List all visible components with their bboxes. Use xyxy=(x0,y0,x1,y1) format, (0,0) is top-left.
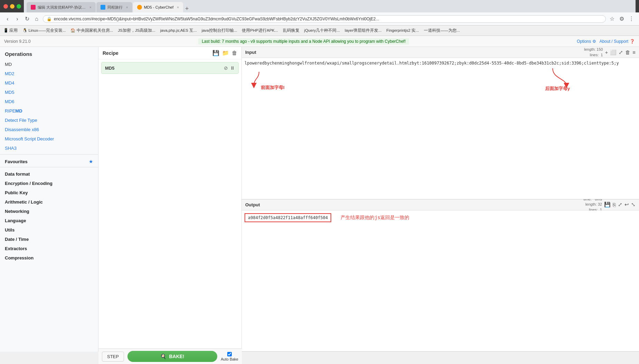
step-button[interactable]: STEP xyxy=(102,352,124,352)
output-value: a984f2d0f5a4822f11a48afff640f504 xyxy=(245,213,331,222)
divider-2 xyxy=(0,167,98,167)
bm-jquery[interactable]: jQuery几十种不同... xyxy=(304,28,340,33)
bake-button[interactable]: 🍳 BAKE! xyxy=(127,351,217,352)
sidebar-item-md5[interactable]: MD5 xyxy=(0,88,98,97)
input-actions: length: 150lines: 1 + ⬜ ⤢ 🗑 ≡ xyxy=(584,47,636,58)
section-datetime[interactable]: Date / Time xyxy=(0,234,98,243)
section-language[interactable]: Language xyxy=(0,215,98,225)
output-maximize-button[interactable]: ⤢ xyxy=(618,201,622,208)
tab-favicon-2 xyxy=(101,5,105,10)
bm-linux[interactable]: 🐧 Linux——完全安装... xyxy=(22,28,66,33)
input-clear-button[interactable]: 🗑 xyxy=(625,49,630,55)
input-maximize-button[interactable]: ⤢ xyxy=(619,49,623,56)
home-button[interactable]: ⌂ xyxy=(32,15,41,23)
bm-js[interactable]: JS加密，JS高级加... xyxy=(118,28,155,33)
tab-close-3[interactable]: × xyxy=(177,6,179,9)
tab-label-3: MD5 - CyberChef xyxy=(144,5,174,9)
output-save-button[interactable]: 💾 xyxy=(604,201,611,208)
toolbar-buttons: ☆ ⚙ ⋮ xyxy=(608,15,636,23)
favourites-header: Favourites ★ xyxy=(0,156,98,166)
favourites-label: Favourites xyxy=(5,159,28,164)
section-arithmetic[interactable]: Arithmetic / Logic xyxy=(0,197,98,206)
url-box[interactable]: 🔒 encode.vivcms.com/#recipe=MD5()&input=… xyxy=(43,15,606,23)
tab-3[interactable]: MD5 - CyberChef × xyxy=(133,2,183,12)
bm-java[interactable]: java控制台打印输... xyxy=(202,28,237,33)
recipe-item-pause-button[interactable]: ⏸ xyxy=(230,65,235,71)
section-encryption[interactable]: Encryption / Encoding xyxy=(0,178,98,187)
bm-php[interactable]: 使用PHP进行APK... xyxy=(242,28,278,33)
output-undo-button[interactable]: ↩ xyxy=(624,201,629,208)
output-title: Output xyxy=(245,202,260,207)
close-button[interactable] xyxy=(3,4,8,9)
sidebar-item-ms-script[interactable]: Microsoft Script Decoder xyxy=(0,134,98,144)
input-stats: length: 150lines: 1 xyxy=(584,47,603,58)
bm-yidao[interactable]: 一道科技——为您... xyxy=(424,28,460,33)
sidebar-item-md2[interactable]: MD2 xyxy=(0,69,98,78)
tab-close-1[interactable]: × xyxy=(89,6,92,9)
input-new-button[interactable]: ⬜ xyxy=(610,49,617,56)
extensions-button[interactable]: ⚙ xyxy=(618,15,626,23)
address-bar: ‹ › ↻ ⌂ 🔒 encode.vivcms.com/#recipe=MD5(… xyxy=(0,12,639,26)
bottom-bar: STEP 🍳 BAKE! Auto Bake xyxy=(98,348,242,352)
output-menu-button[interactable]: ⤡ xyxy=(631,201,636,208)
tabs-bar: 编辑 大润发优鲜APP-协议签名... × 同程旅行 × MD5 - Cyber… xyxy=(24,0,636,12)
forward-button[interactable]: › xyxy=(13,15,21,23)
app: Version 9.21.0 Last build: 7 months ago … xyxy=(0,36,639,352)
output-panel: Output time: 0mslength: 32lines: 1 💾 ⎘ ⤢… xyxy=(242,199,639,352)
tab-1[interactable]: 编辑 大润发优鲜APP-协议签名... × xyxy=(27,2,96,12)
sidebar-item-ripemd[interactable]: RIPEMD xyxy=(0,106,98,116)
recipe-delete-button[interactable]: 🗑 xyxy=(232,50,237,56)
traffic-lights xyxy=(3,4,21,9)
io-panels: Input length: 150lines: 1 + ⬜ ⤢ 🗑 ≡ xyxy=(242,47,639,352)
section-utils[interactable]: Utils xyxy=(0,225,98,234)
new-tab-button[interactable]: + xyxy=(184,5,190,12)
status-label: Last build: 7 months ago - v9 supports m… xyxy=(198,38,409,45)
minimize-button[interactable] xyxy=(10,4,15,9)
bookmark-bar: 📱 应用 🐧 Linux——完全安装... 🏠 中央国家机关住房... JS加密… xyxy=(0,26,639,36)
section-networking[interactable]: Networking xyxy=(0,206,98,215)
sidebar-item-sha3[interactable]: SHA3 xyxy=(0,144,98,153)
recipe-title: Recipe xyxy=(103,50,118,56)
star-icon: ★ xyxy=(89,159,93,164)
maximize-button[interactable] xyxy=(17,4,21,9)
tab-close-2[interactable]: × xyxy=(126,6,128,9)
tab-favicon-1 xyxy=(31,5,36,10)
tab-2[interactable]: 同程旅行 × xyxy=(96,2,132,12)
input-panel: Input length: 150lines: 1 + ⬜ ⤢ 🗑 ≡ xyxy=(242,47,639,199)
section-data-format[interactable]: Data format xyxy=(0,169,98,178)
recipe-actions: 💾 📁 🗑 xyxy=(212,50,237,56)
reload-button[interactable]: ↻ xyxy=(23,15,31,23)
bm-house[interactable]: 🏠 中央国家机关住房... xyxy=(70,28,113,33)
recipe-item-disable-button[interactable]: ⊘ xyxy=(224,65,228,71)
sidebar-item-disassemble[interactable]: Disassemble x86 xyxy=(0,125,98,134)
url-text: encode.vivcms.com/#recipe=MD5()&input=bH… xyxy=(54,17,379,21)
bm-aes[interactable]: java,php,js;AES 互... xyxy=(160,28,197,33)
sidebar-item-md4[interactable]: MD4 xyxy=(0,78,98,88)
options-button[interactable]: Options ⚙ xyxy=(577,39,596,44)
section-public-key[interactable]: Public Key xyxy=(0,187,98,197)
recipe-save-button[interactable]: 💾 xyxy=(212,50,219,56)
input-wrapper: 前面加字母l xyxy=(242,58,639,199)
output-copy-button[interactable]: ⎘ xyxy=(613,202,616,208)
header-right: Options ⚙ About / Support ❓ xyxy=(577,39,635,44)
section-extractors[interactable]: Extractors xyxy=(0,243,98,253)
input-textarea[interactable] xyxy=(242,58,639,199)
sidebar-item-md6[interactable]: MD6 xyxy=(0,97,98,106)
bm-luan[interactable]: 乱码恢复 xyxy=(283,28,299,33)
input-title: Input xyxy=(245,50,256,55)
bm-fingerprint[interactable]: Fingerprintjs2 实... xyxy=(387,28,419,33)
input-panel-header: Input length: 150lines: 1 + ⬜ ⤢ 🗑 ≡ xyxy=(242,47,639,58)
section-compression[interactable]: Compression xyxy=(0,253,98,262)
bookmark-button[interactable]: ☆ xyxy=(608,15,616,23)
recipe-item-actions: ⊘ ⏸ xyxy=(224,65,235,71)
input-menu-button[interactable]: ≡ xyxy=(632,49,636,55)
app-header: Version 9.21.0 Last build: 7 months ago … xyxy=(0,36,639,47)
bm-layer[interactable]: layer弹层组件开发... xyxy=(345,28,382,33)
back-button[interactable]: ‹ xyxy=(3,15,12,23)
menu-button[interactable]: ⋮ xyxy=(627,15,636,23)
recipe-folder-button[interactable]: 📁 xyxy=(222,50,229,56)
input-add-button[interactable]: + xyxy=(605,49,608,55)
about-button[interactable]: About / Support ❓ xyxy=(600,39,635,44)
sidebar-item-detect-file[interactable]: Detect File Type xyxy=(0,116,98,125)
bm-apps[interactable]: 📱 应用 xyxy=(3,28,18,33)
